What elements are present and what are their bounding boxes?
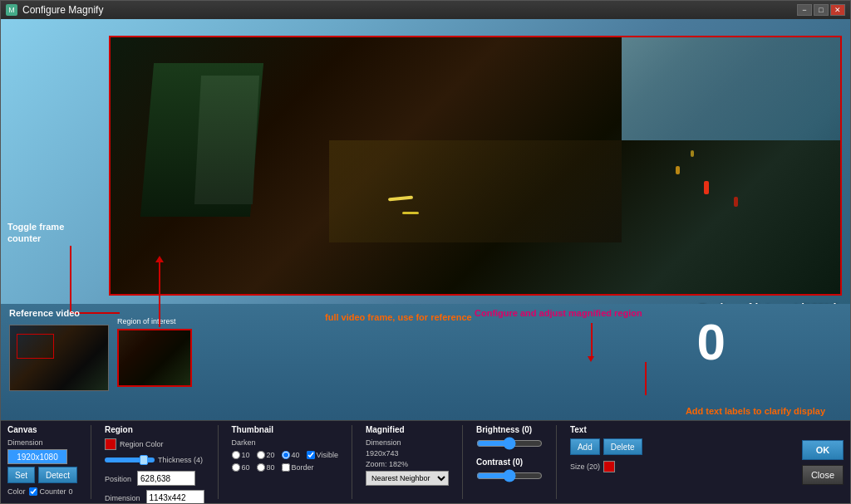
toggle-frame-counter-annotation: Toggle frame counter xyxy=(7,221,78,245)
configure-region-annotation: Configure and adjust magnified region xyxy=(475,308,642,318)
region-title: Region xyxy=(105,425,204,434)
contrast-slider[interactable] xyxy=(476,471,543,481)
thumbnail-radio-80[interactable]: 80 xyxy=(257,463,275,472)
configure-magnify-window: M Configure Magnify − □ ✕ xyxy=(0,0,851,504)
thumbnail-visible-checkbox[interactable] xyxy=(307,451,315,459)
maximize-button[interactable]: □ xyxy=(814,4,829,16)
main-content: Region of interest (188%) Toggle frame c… xyxy=(1,19,850,503)
thumbnail-radio-20[interactable]: 20 xyxy=(257,451,275,459)
canvas-counter-value: 0 xyxy=(69,487,73,496)
magnified-zoom-label: Zoom: 182% xyxy=(366,460,449,468)
text-color-swatch[interactable] xyxy=(603,461,615,472)
separator-3 xyxy=(352,425,352,499)
roi-thumbnail-label: Region of interest xyxy=(117,317,176,325)
separator-5 xyxy=(556,425,557,499)
ok-button[interactable]: OK xyxy=(802,440,844,460)
canvas-group: Canvas Dimension Set Detect Color Counte… xyxy=(7,425,77,499)
text-title: Text xyxy=(570,425,642,434)
region-position-label: Position xyxy=(105,475,131,483)
add-text-labels-annotation: Add text labels to clarify display xyxy=(686,406,825,416)
magnified-group: Magnified Dimension 1920x743 Zoom: 182% … xyxy=(366,425,449,499)
window-controls: − □ ✕ xyxy=(797,4,845,16)
video-area: Region of interest (188%) xyxy=(1,19,850,304)
region-dimension-input[interactable] xyxy=(146,490,204,503)
region-color-swatch[interactable] xyxy=(105,438,116,450)
thumbnail-radio-40[interactable]: 40 xyxy=(282,451,300,459)
separator-4 xyxy=(462,425,463,499)
region-dimension-label: Dimension xyxy=(105,494,140,502)
separator-1 xyxy=(91,425,91,499)
magnified-interpolation-select[interactable]: Nearest Neighbor xyxy=(366,471,449,486)
thumbnail-border-label: Border xyxy=(292,463,314,472)
close-button-main[interactable]: Close xyxy=(802,465,844,485)
region-group: Region Region Color Thickness (4) Positi… xyxy=(105,425,204,499)
title-bar: M Configure Magnify − □ ✕ xyxy=(1,1,850,19)
full-video-frame-annotation: full video frame, use for reference xyxy=(325,312,472,322)
window-title: Configure Magnify xyxy=(22,4,797,16)
controls-bar: Canvas Dimension Set Detect Color Counte… xyxy=(1,420,850,503)
brightness-slider[interactable] xyxy=(476,438,543,448)
reference-thumbnail[interactable] xyxy=(9,325,109,391)
brightness-group: Brightness (0) Contrast (0) xyxy=(476,425,543,499)
main-video-frame xyxy=(109,36,842,296)
region-thickness-label: Thickness (4) xyxy=(158,456,203,464)
canvas-detect-button[interactable]: Detect xyxy=(38,467,77,483)
dialog-buttons: OK Close xyxy=(802,425,844,499)
middle-row: Toggle frame counter Reference video xyxy=(1,304,850,420)
canvas-title: Canvas xyxy=(7,425,77,434)
thumbnail-radio-10[interactable]: 10 xyxy=(232,451,250,459)
thumbnail-area: Reference video Region of interest xyxy=(1,304,317,420)
thumbnail-darken-label: Darken xyxy=(232,438,338,447)
roi-thumbnail[interactable] xyxy=(117,329,192,387)
region-color-label: Region Color xyxy=(120,440,164,448)
magnified-dimension-value: 1920x743 xyxy=(366,449,449,458)
canvas-dimension-label: Dimension xyxy=(7,438,77,447)
text-delete-button[interactable]: Delete xyxy=(603,438,642,455)
region-position-input[interactable] xyxy=(137,471,195,486)
canvas-counter-checkbox[interactable] xyxy=(29,487,37,496)
thumbnail-radio-60[interactable]: 60 xyxy=(232,463,250,472)
canvas-dimension-input[interactable] xyxy=(7,449,67,464)
brightness-title: Brightness (0) xyxy=(476,425,543,434)
thumbnail-title: Thumbnail xyxy=(232,425,338,434)
contrast-title: Contrast (0) xyxy=(476,458,543,467)
canvas-set-button[interactable]: Set xyxy=(7,467,35,483)
frame-counter-display: 0 xyxy=(697,312,726,371)
magnified-dimension-label: Dimension xyxy=(366,438,449,447)
text-add-button[interactable]: Add xyxy=(570,438,600,455)
app-icon: M xyxy=(6,4,17,16)
thumbnail-group: Thumbnail Darken 10 20 40 xyxy=(232,425,338,499)
text-group: Text Add Delete Size (20) xyxy=(570,425,642,499)
thumbnail-visible-label: Visible xyxy=(317,451,338,459)
thumbnail-container: Region of interest xyxy=(9,325,308,391)
separator-2 xyxy=(218,425,219,499)
canvas-counter-label: Counter xyxy=(40,487,66,496)
canvas-color-label: Color xyxy=(7,487,26,496)
magnified-title: Magnified xyxy=(366,425,449,434)
reference-thumbnail-wrapper xyxy=(9,325,109,391)
thumbnail-border-checkbox[interactable] xyxy=(282,463,290,472)
video-content xyxy=(111,37,840,294)
close-button[interactable]: ✕ xyxy=(830,4,845,16)
text-size-label: Size (20) xyxy=(570,462,600,471)
minimize-button[interactable]: − xyxy=(797,4,812,16)
roi-thumbnail-wrapper: Region of interest xyxy=(117,329,192,387)
